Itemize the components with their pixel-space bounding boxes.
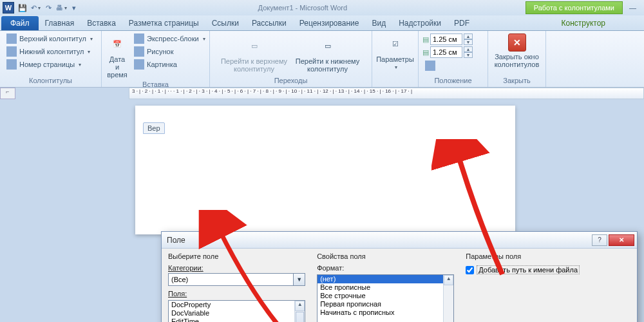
list-item[interactable]: Начинать с прописных bbox=[317, 308, 443, 317]
scroll-up-icon[interactable]: ▲ bbox=[295, 301, 305, 311]
list-item[interactable]: Первая прописная bbox=[317, 300, 443, 308]
footer-from-bottom-spinner[interactable]: ▤ ▲▼ bbox=[422, 46, 473, 58]
word-app-icon: W bbox=[3, 2, 14, 14]
ruler-corner[interactable]: ⌐ bbox=[0, 88, 15, 99]
add-path-checkbox[interactable] bbox=[466, 266, 474, 274]
dialog-title-bar[interactable]: Поле ? ✕ bbox=[162, 232, 637, 249]
section-title: Выберите поле bbox=[168, 252, 305, 260]
clipart-button[interactable]: Картинка bbox=[131, 58, 208, 71]
spin-down-icon[interactable]: ▼ bbox=[464, 52, 473, 58]
spin-up-icon[interactable]: ▲ bbox=[464, 46, 473, 52]
header-section-tab: Вер bbox=[143, 122, 165, 134]
add-path-checkbox-row[interactable]: Добавить путь к имени файла bbox=[466, 265, 630, 274]
group-insert: 📅 Дата и время Экспресс-блоки▾ Рисунок К… bbox=[102, 31, 210, 87]
scrollbar[interactable]: ▲ ▼ bbox=[443, 275, 453, 322]
section-title: Параметры поля bbox=[466, 252, 630, 260]
tab-addins[interactable]: Надстройки bbox=[392, 16, 448, 30]
list-item[interactable]: DocVariable bbox=[169, 309, 294, 317]
spin-up-icon[interactable]: ▲ bbox=[464, 33, 473, 39]
header-from-top-input[interactable] bbox=[430, 33, 462, 45]
tab-layout[interactable]: Разметка страницы bbox=[122, 16, 205, 30]
tab-references[interactable]: Ссылки bbox=[205, 16, 245, 30]
add-path-label: Добавить путь к имени файла bbox=[477, 265, 580, 274]
parameters-button[interactable]: ☑ Параметры▾ bbox=[375, 32, 415, 71]
ribbon: Верхний колонтитул▾ Нижний колонтитул▾ Н… bbox=[0, 31, 644, 88]
horizontal-ruler[interactable]: 3 · | · 2 · | · 1 · | · · · 1 · | · 2 · … bbox=[129, 88, 644, 99]
list-item[interactable]: EditTime bbox=[169, 317, 294, 322]
close-icon: ✕ bbox=[508, 33, 526, 52]
section-title: Свойства поля bbox=[317, 252, 454, 260]
top-header-button[interactable]: Верхний колонтитул▾ bbox=[4, 32, 95, 45]
group-label: Закрыть bbox=[492, 76, 542, 86]
list-item[interactable]: DocProperty bbox=[169, 301, 294, 309]
tab-view[interactable]: Вид bbox=[365, 16, 392, 30]
header-icon bbox=[6, 33, 17, 44]
picture-label: Рисунок bbox=[147, 48, 174, 55]
page-number-icon bbox=[6, 59, 17, 70]
document-title: Документ1 - Microsoft Word bbox=[80, 4, 526, 12]
tab-mailings[interactable]: Рассылки bbox=[245, 16, 293, 30]
field-dialog: Поле ? ✕ Выберите поле Категории: ▼ Поля… bbox=[161, 231, 638, 322]
list-item[interactable]: Все строчные bbox=[317, 292, 443, 300]
picture-icon bbox=[134, 46, 144, 57]
insert-alignment-tab-button[interactable] bbox=[422, 59, 473, 72]
undo-icon[interactable]: ↶▾ bbox=[30, 2, 41, 14]
format-label: Формат: bbox=[317, 264, 454, 272]
goto-footer-button[interactable]: ▭ Перейти к нижнему колонтитулу bbox=[292, 34, 363, 74]
group-header-footer: Верхний колонтитул▾ Нижний колонтитул▾ Н… bbox=[0, 31, 102, 87]
close-header-footer-button[interactable]: ✕ Закрыть окно колонтитулов bbox=[492, 32, 542, 70]
tab-insert[interactable]: Вставка bbox=[80, 16, 122, 30]
page[interactable] bbox=[135, 106, 515, 234]
goto-header-button[interactable]: ▭ Перейти к верхнему колонтитулу bbox=[219, 34, 290, 74]
group-close: ✕ Закрыть окно колонтитулов Закрыть bbox=[488, 31, 546, 87]
save-icon[interactable]: 💾 bbox=[17, 2, 28, 14]
tab-review[interactable]: Рецензирование bbox=[293, 16, 366, 30]
ruler-bottom-icon: ▤ bbox=[422, 48, 429, 57]
spin-down-icon[interactable]: ▼ bbox=[464, 39, 473, 45]
list-item[interactable]: (нет) bbox=[317, 275, 443, 283]
minimize-icon[interactable]: — bbox=[629, 4, 636, 12]
clipart-icon bbox=[134, 59, 144, 70]
quick-parts-icon bbox=[134, 33, 144, 44]
goto-header-label: Перейти к верхнему колонтитулу bbox=[220, 57, 289, 73]
tab-file[interactable]: Файл bbox=[1, 16, 39, 30]
footer-from-bottom-input[interactable] bbox=[430, 46, 462, 58]
picture-button[interactable]: Рисунок bbox=[131, 45, 208, 58]
ribbon-tabs: Файл Главная Вставка Разметка страницы С… bbox=[0, 15, 644, 31]
dialog-body: Выберите поле Категории: ▼ Поля: DocProp… bbox=[162, 249, 637, 322]
scroll-thumb[interactable] bbox=[296, 312, 304, 322]
qat-customize-icon[interactable]: ▾ bbox=[68, 2, 80, 14]
scrollbar[interactable]: ▲ ▼ bbox=[294, 301, 305, 322]
col-field-options: Параметры поля Добавить путь к имени фай… bbox=[466, 252, 630, 322]
group-position: ▤ ▲▼ ▤ ▲▼ Положение bbox=[419, 31, 488, 87]
page-number-button[interactable]: Номер страницы▾ bbox=[4, 58, 95, 71]
date-time-label: Дата и время bbox=[107, 55, 128, 79]
list-item[interactable]: Все прописные bbox=[317, 283, 443, 292]
fields-listbox[interactable]: DocPropertyDocVariableEditTimeEqFileName… bbox=[168, 300, 305, 322]
context-tab-header-footer: Работа с колонтитулами bbox=[526, 1, 623, 14]
format-listbox[interactable]: (нет)Все прописныеВсе строчныеПервая про… bbox=[317, 274, 454, 322]
date-time-button[interactable]: 📅 Дата и время bbox=[106, 32, 129, 80]
header-from-top-spinner[interactable]: ▤ ▲▼ bbox=[422, 33, 473, 45]
bottom-header-button[interactable]: Нижний колонтитул▾ bbox=[4, 45, 95, 58]
title-bar: W 💾 ↶▾ ↷ 🖶▾ ▾ Документ1 - Microsoft Word… bbox=[0, 0, 644, 15]
window-controls: — bbox=[629, 4, 644, 12]
group-label: Положение bbox=[422, 76, 484, 86]
top-header-label: Верхний колонтитул bbox=[19, 35, 86, 43]
dialog-close-button[interactable]: ✕ bbox=[609, 234, 634, 246]
chevron-down-icon[interactable]: ▼ bbox=[294, 273, 305, 286]
print-icon[interactable]: 🖶▾ bbox=[55, 2, 67, 14]
tab-designer[interactable]: Конструктор bbox=[555, 16, 612, 30]
group-label: Переходы bbox=[214, 76, 368, 86]
scroll-up-icon[interactable]: ▲ bbox=[444, 275, 453, 285]
categories-combo[interactable]: ▼ bbox=[168, 273, 305, 286]
tab-home[interactable]: Главная bbox=[39, 16, 81, 30]
quick-parts-button[interactable]: Экспресс-блоки▾ bbox=[131, 32, 208, 45]
redo-icon[interactable]: ↷ bbox=[43, 2, 54, 14]
categories-input[interactable] bbox=[168, 273, 294, 286]
bottom-header-label: Нижний колонтитул bbox=[19, 48, 84, 55]
help-button[interactable]: ? bbox=[592, 234, 607, 246]
footer-icon bbox=[6, 46, 17, 57]
tab-pdf[interactable]: PDF bbox=[448, 16, 476, 30]
goto-header-icon: ▭ bbox=[244, 35, 265, 56]
